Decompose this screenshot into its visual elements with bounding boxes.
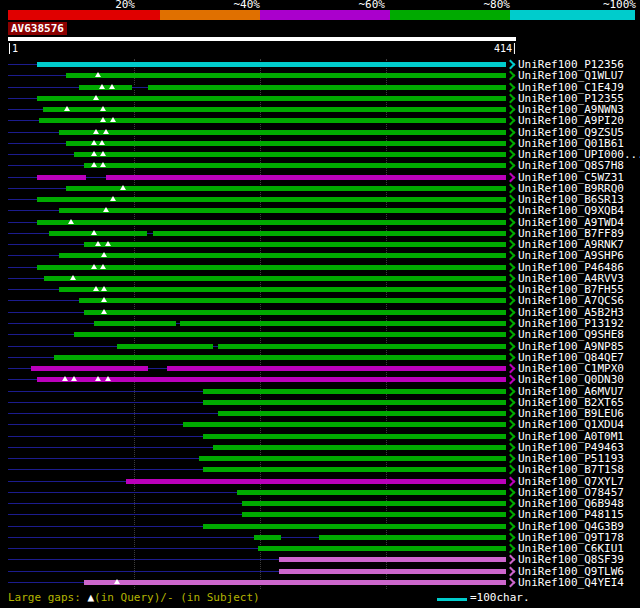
scalebar-label: =100char. xyxy=(470,592,530,604)
hit-id-link[interactable]: UniRef100_Q9SHE8 xyxy=(518,329,624,340)
hit-id-link[interactable]: UniRef100_A9NP85 xyxy=(518,341,624,352)
scale-label-20: 20% xyxy=(115,0,135,10)
hit-id-link[interactable]: UniRef100_Q9ZSU5 xyxy=(518,127,624,138)
query-name: AV638576 xyxy=(8,22,67,35)
alignment-bar[interactable] xyxy=(84,580,506,585)
query-extent-line xyxy=(8,514,242,515)
arrowhead-icon xyxy=(506,431,516,441)
alignment-bar[interactable] xyxy=(279,557,506,562)
alignment-bar[interactable] xyxy=(66,73,506,78)
alignment-bar[interactable] xyxy=(203,400,506,405)
hit-id-link[interactable]: UniRef100_Q4YEI4 xyxy=(518,577,624,588)
alignment-bar[interactable] xyxy=(37,62,506,67)
arrowhead-icon xyxy=(506,195,516,205)
hit-id-link[interactable]: UniRef100_Q7XYL7 xyxy=(518,476,624,487)
hit-id-link[interactable]: UniRef100_B7T1S8 xyxy=(518,464,624,475)
alignment-bar[interactable] xyxy=(199,456,506,461)
query-extent-line xyxy=(8,267,37,268)
alignment-bar[interactable] xyxy=(49,231,506,236)
alignment-bar[interactable] xyxy=(79,298,506,303)
alignment-bar[interactable] xyxy=(59,253,506,258)
hit-id-link[interactable]: UniRef100_Q8S7H8 xyxy=(518,160,624,171)
alignment-row: UniRef100_Q9SHE8 xyxy=(0,329,640,340)
arrowhead-icon xyxy=(506,375,516,385)
alignment-bar[interactable] xyxy=(66,186,506,191)
hit-id-link[interactable]: UniRef100_A0T0M1 xyxy=(518,431,624,442)
hit-id-link[interactable]: UniRef100_Q1XDU4 xyxy=(518,419,624,430)
alignment-bar[interactable] xyxy=(59,130,506,135)
alignment-bar[interactable] xyxy=(74,332,506,337)
hit-id-link[interactable]: UniRef100_C1E4J9 xyxy=(518,82,624,93)
alignment-bar[interactable] xyxy=(54,355,506,360)
alignment-bar[interactable] xyxy=(237,490,506,495)
alignment-bar[interactable] xyxy=(37,96,506,101)
large-gap-marker-icon xyxy=(91,162,97,167)
alignment-row: UniRef100_Q4G3B9 xyxy=(0,521,640,532)
alignment-bar[interactable] xyxy=(183,422,506,427)
alignment-row: UniRef100_C5WZ31 xyxy=(0,172,640,183)
large-gaps-legend-text: (in Query)/- (in Subject) xyxy=(94,591,260,604)
large-gap-marker-icon xyxy=(62,376,68,381)
alignment-bar[interactable] xyxy=(279,569,506,574)
hit-id-link[interactable]: UniRef100_A9TWD4 xyxy=(518,217,624,228)
large-gap-marker-icon xyxy=(103,129,109,134)
alignment-gap-segment xyxy=(281,535,320,540)
query-extent-line xyxy=(8,368,31,369)
alignment-bar[interactable] xyxy=(117,344,506,349)
hit-id-link[interactable]: UniRef100_P48115 xyxy=(518,509,624,520)
alignment-gap-segment xyxy=(147,231,153,236)
large-gap-marker-icon xyxy=(70,275,76,280)
alignment-bar[interactable] xyxy=(218,411,506,416)
alignment-bar[interactable] xyxy=(74,152,506,157)
hit-id-link[interactable]: UniRef100_Q9XQB4 xyxy=(518,205,624,216)
large-gap-marker-icon xyxy=(95,376,101,381)
query-extent-line xyxy=(8,244,84,245)
alignment-bar[interactable] xyxy=(203,389,506,394)
alignment-bar[interactable] xyxy=(37,175,506,180)
hit-id-link[interactable]: UniRef100_Q0DN30 xyxy=(518,374,624,385)
query-extent-line xyxy=(8,120,39,121)
query-extent-line xyxy=(8,503,242,504)
hit-id-link[interactable]: UniRef100_A9SHP6 xyxy=(518,250,624,261)
alignment-bar[interactable] xyxy=(213,445,506,450)
hit-id-link[interactable]: UniRef100_Q1WLU7 xyxy=(518,70,624,81)
alignment-bar[interactable] xyxy=(31,366,506,371)
large-gaps-legend-text: Large gaps: xyxy=(8,591,87,604)
alignment-bar[interactable] xyxy=(126,479,506,484)
alignment-row: UniRef100_P48115 xyxy=(0,509,640,520)
alignment-bar[interactable] xyxy=(37,197,506,202)
alignment-bar[interactable] xyxy=(84,310,506,315)
alignment-bar[interactable] xyxy=(242,512,506,517)
alignment-bar[interactable] xyxy=(84,163,506,168)
query-extent-line xyxy=(8,132,59,133)
hit-id-link[interactable]: UniRef100_A7QCS6 xyxy=(518,295,624,306)
hit-id-link[interactable]: UniRef100_C5WZ31 xyxy=(518,172,624,183)
alignment-bar[interactable] xyxy=(43,107,506,112)
alignment-row: UniRef100_Q1XDU4 xyxy=(0,419,640,430)
alignment-bar[interactable] xyxy=(59,208,506,213)
arrowhead-icon xyxy=(506,330,516,340)
scale-segment-orange xyxy=(160,10,260,20)
alignment-bar[interactable] xyxy=(84,242,506,247)
arrowhead-icon xyxy=(506,499,516,509)
alignment-bar[interactable] xyxy=(59,287,506,292)
alignment-bar[interactable] xyxy=(37,265,506,270)
arrowhead-icon xyxy=(506,150,516,160)
alignment-bar[interactable] xyxy=(203,434,506,439)
alignment-gap-segment xyxy=(148,366,167,371)
hit-id-link[interactable]: UniRef100_Q8SF39 xyxy=(518,554,624,565)
alignment-gap-segment xyxy=(86,175,105,180)
large-gap-marker-icon xyxy=(64,106,70,111)
alignment-bar[interactable] xyxy=(203,524,506,529)
query-extent-line xyxy=(8,537,254,538)
alignment-bar[interactable] xyxy=(94,321,506,326)
alignment-bar[interactable] xyxy=(258,546,506,551)
hit-id-link[interactable]: UniRef100_Q4G3B9 xyxy=(518,521,624,532)
hit-id-link[interactable]: UniRef100_A6MVU7 xyxy=(518,386,624,397)
alignment-bar[interactable] xyxy=(44,276,506,281)
alignment-bar[interactable] xyxy=(66,141,506,146)
alignment-bar[interactable] xyxy=(203,467,506,472)
alignment-bar[interactable] xyxy=(37,220,506,225)
hit-id-link[interactable]: UniRef100_A9PI20 xyxy=(518,115,624,126)
alignment-bar[interactable] xyxy=(242,501,506,506)
